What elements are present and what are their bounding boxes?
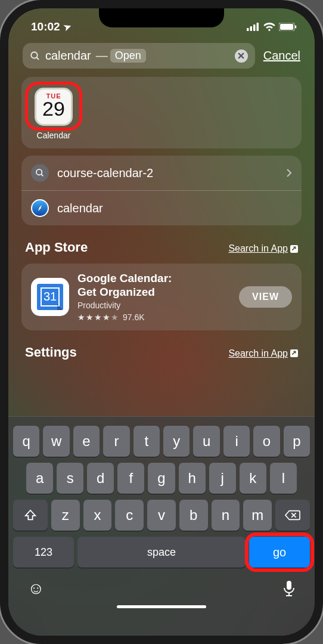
key-i[interactable]: i (223, 426, 250, 457)
key-j[interactable]: j (209, 463, 236, 494)
suggestion-row[interactable]: calendar (21, 190, 302, 225)
suggestions-card: course-calendar-2 calendar (21, 156, 302, 225)
svg-point-11 (36, 169, 42, 175)
numbers-key[interactable]: 123 (13, 537, 74, 568)
svg-marker-14 (38, 205, 42, 211)
x-icon (238, 52, 244, 59)
keyboard: qwertyuiop asdfghjkl zxcvbnm 123 space g… (8, 416, 315, 636)
suggestion-label: calendar (57, 202, 292, 215)
notch (99, 8, 224, 27)
delete-key[interactable] (275, 500, 310, 531)
suggestion-label: course-calendar-2 (57, 166, 278, 180)
section-link-label: Search in App (228, 243, 288, 254)
section-title: Settings (25, 345, 77, 360)
section-header-settings: Settings Search in App (8, 335, 315, 369)
clear-search-button[interactable] (235, 49, 248, 63)
key-e[interactable]: e (73, 426, 100, 457)
screen: 10:02 ➤ calendar — Open Cancel (8, 8, 315, 636)
key-n[interactable]: n (212, 500, 240, 531)
key-h[interactable]: h (179, 463, 206, 494)
svg-rect-3 (257, 23, 259, 31)
cell-signal-icon (247, 23, 260, 31)
store-item-category: Productivity (77, 301, 231, 310)
spotlight-search-field[interactable]: calendar — Open (23, 43, 255, 69)
google-calendar-icon: 31 (31, 278, 69, 316)
safari-icon (31, 199, 49, 217)
shift-key[interactable] (13, 500, 48, 531)
calendar-app-icon: TUE 29 (35, 88, 73, 126)
appstore-result-card[interactable]: 31 Google Calendar: Get Organized Produc… (21, 264, 302, 330)
search-in-app-link[interactable]: Search in App (228, 348, 298, 359)
key-p[interactable]: p (284, 426, 310, 457)
top-apps-card: TUE 29 Calendar (21, 77, 302, 148)
svg-rect-6 (295, 26, 296, 29)
key-z[interactable]: z (51, 500, 80, 531)
svg-rect-5 (280, 24, 293, 30)
key-v[interactable]: v (147, 500, 176, 531)
key-k[interactable]: k (240, 463, 266, 494)
star-icons: ★★★★★ (77, 312, 119, 322)
battery-icon (279, 23, 297, 31)
app-result-label: Calendar (37, 131, 71, 140)
external-icon (290, 245, 298, 253)
shift-icon (24, 509, 37, 522)
view-button[interactable]: VIEW (239, 286, 292, 308)
rating-count: 97.6K (123, 312, 145, 322)
key-u[interactable]: u (193, 426, 219, 457)
wifi-icon (263, 23, 275, 31)
key-d[interactable]: d (87, 463, 114, 494)
space-key[interactable]: space (77, 537, 246, 568)
calendar-icon-day: 29 (42, 98, 65, 119)
open-hint-dash: — (96, 49, 108, 63)
store-item-name: Google Calendar: Get Organized (77, 272, 231, 299)
key-y[interactable]: y (163, 426, 190, 457)
go-key-label: go (273, 546, 286, 559)
svg-line-8 (36, 57, 39, 60)
mic-icon (282, 580, 296, 597)
key-r[interactable]: r (103, 426, 129, 457)
key-q[interactable]: q (13, 426, 39, 457)
status-time: 10:02 (31, 20, 60, 33)
emoji-key[interactable]: ☺ (27, 579, 45, 598)
key-a[interactable]: a (26, 463, 53, 494)
home-indicator[interactable] (117, 605, 206, 608)
open-hint-chip[interactable]: Open (110, 49, 146, 63)
dictation-key[interactable] (282, 580, 296, 597)
key-w[interactable]: w (43, 426, 69, 457)
key-g[interactable]: g (148, 463, 175, 494)
key-s[interactable]: s (57, 463, 83, 494)
location-arrow-icon: ➤ (62, 20, 73, 33)
svg-line-12 (41, 174, 43, 176)
section-title: App Store (25, 240, 88, 255)
key-c[interactable]: c (115, 500, 144, 531)
svg-rect-19 (287, 581, 291, 590)
key-o[interactable]: o (253, 426, 279, 457)
search-query-text: calendar (45, 49, 91, 63)
key-l[interactable]: l (270, 463, 297, 494)
app-result-calendar[interactable]: TUE 29 Calendar (31, 88, 76, 140)
search-icon (31, 164, 49, 182)
search-in-app-link[interactable]: Search in App (228, 243, 298, 254)
phone-frame: 10:02 ➤ calendar — Open Cancel (0, 0, 323, 644)
cancel-button[interactable]: Cancel (263, 49, 300, 63)
external-icon (290, 349, 298, 357)
section-link-label: Search in App (228, 348, 288, 359)
delete-icon (285, 509, 300, 521)
store-item-rating: ★★★★★ 97.6K (77, 312, 231, 322)
svg-rect-0 (247, 28, 249, 31)
svg-rect-1 (250, 26, 253, 31)
key-x[interactable]: x (83, 500, 112, 531)
key-t[interactable]: t (133, 426, 160, 457)
key-m[interactable]: m (243, 500, 272, 531)
svg-rect-2 (253, 24, 256, 31)
go-key[interactable]: go (249, 537, 310, 568)
svg-point-7 (31, 52, 38, 58)
key-f[interactable]: f (117, 463, 144, 494)
search-icon (30, 51, 41, 61)
suggestion-row[interactable]: course-calendar-2 (21, 156, 302, 190)
chevron-right-icon (286, 168, 292, 178)
key-b[interactable]: b (179, 500, 208, 531)
section-header-appstore: App Store Search in App (8, 230, 315, 259)
